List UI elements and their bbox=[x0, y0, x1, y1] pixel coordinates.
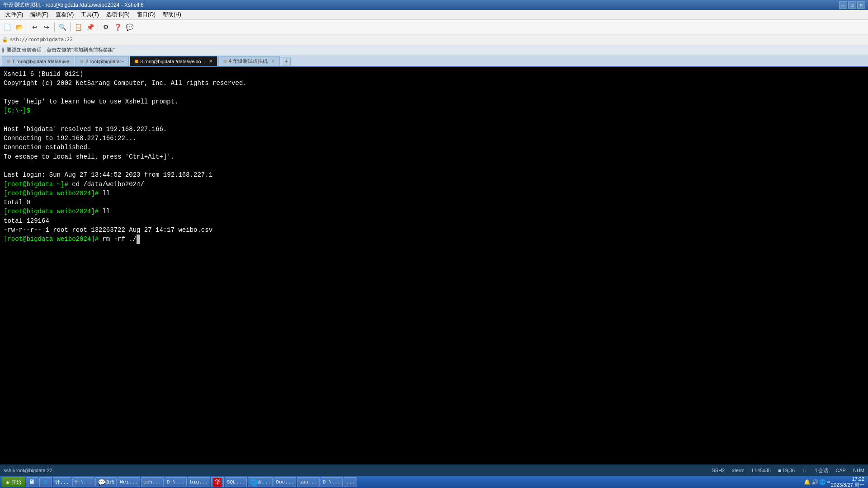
help-button[interactable]: ❓ bbox=[112, 22, 123, 33]
tab-4[interactable]: 4 华设测试虚拟机 ✕ bbox=[218, 56, 280, 66]
term-line-15: total 0 bbox=[4, 198, 864, 207]
window-controls[interactable]: ─ □ ✕ bbox=[839, 1, 865, 9]
status-size: I 145x35 bbox=[752, 468, 771, 473]
taskbar-app-wei[interactable]: Wei... bbox=[118, 477, 140, 487]
redo-button[interactable]: ↪ bbox=[41, 22, 52, 33]
start-icon: ⊞ bbox=[5, 479, 9, 485]
term-line-3 bbox=[4, 88, 864, 97]
terminal[interactable]: Xshell 6 (Build 0121) Copyright (c) 2002… bbox=[0, 67, 868, 465]
tab-2[interactable]: 2 root@bigdata:~ bbox=[75, 56, 129, 66]
term-line-1: Xshell 6 (Build 0121) bbox=[4, 70, 864, 79]
tab-2-label: 2 root@bigdata:~ bbox=[85, 59, 124, 64]
status-sessions: 4 会话 bbox=[814, 467, 828, 474]
term-line-6 bbox=[4, 115, 864, 124]
tab-3[interactable]: 3 root@bigdata:/data/weibo... ✕ bbox=[130, 56, 217, 66]
undo-button[interactable]: ↩ bbox=[29, 22, 40, 33]
tray-icon-2: 🔊 bbox=[811, 479, 818, 486]
taskbar-app-more[interactable]: ... bbox=[344, 477, 357, 487]
tab-4-close[interactable]: ✕ bbox=[271, 59, 275, 64]
term-line-10: To escape to local shell, press 'Ctrl+Al… bbox=[4, 152, 864, 161]
copy-button[interactable]: 📋 bbox=[73, 22, 84, 33]
term-line-2: Copyright (c) 2002 NetSarang Computer, I… bbox=[4, 79, 864, 88]
status-pos: ■ 19,36 bbox=[778, 468, 795, 473]
menu-item-b[interactable]: 选项卡(B) bbox=[103, 10, 133, 19]
tab-1-dot bbox=[7, 60, 10, 63]
term-line-17: total 129164 bbox=[4, 216, 864, 225]
term-line-19: [root@bigdata weibo2024]# rm -rf ./ bbox=[4, 235, 864, 244]
comment-button[interactable]: 💬 bbox=[124, 22, 135, 33]
taskbar-app-doc[interactable]: Doc... bbox=[274, 477, 296, 487]
taskbar-app-d[interactable]: D:\... bbox=[165, 477, 187, 487]
status-bar: ssh://root@bigdata:22 SSH2 xterm I 145x3… bbox=[0, 465, 868, 476]
term-line-9: Connection established. bbox=[4, 143, 864, 152]
tab-1[interactable]: 1 root@bigdata:/data/hive bbox=[2, 56, 74, 66]
menu-item-o[interactable]: 窗口(O) bbox=[133, 10, 159, 19]
open-button[interactable]: 📂 bbox=[14, 22, 24, 33]
term-line-11 bbox=[4, 161, 864, 170]
taskbar-app-calc[interactable]: 计... bbox=[53, 477, 71, 487]
tray-icon-1: 🔔 bbox=[804, 479, 811, 486]
term-line-16: [root@bigdata weibo2024]# ll bbox=[4, 207, 864, 216]
session-bar: ℹ 要添加当前会话，点击左侧的"添加到当前标签组" bbox=[0, 45, 868, 55]
sep2 bbox=[54, 23, 55, 32]
menu-item-h[interactable]: 帮助(H) bbox=[159, 10, 185, 19]
tabs-bar: 1 root@bigdata:/data/hive 2 root@bigdata… bbox=[0, 55, 868, 67]
status-ssh: SSH2 bbox=[712, 468, 725, 473]
menu-item-e[interactable]: 编辑(E) bbox=[27, 10, 52, 19]
taskbar-app-0[interactable]: 🖥 bbox=[26, 477, 38, 487]
sep4 bbox=[98, 23, 98, 32]
taskbar-app-wechat[interactable]: 💬微信 bbox=[95, 477, 117, 487]
status-arrows: ↑↓ bbox=[802, 468, 807, 473]
info-icon: ℹ bbox=[2, 47, 4, 54]
taskbar-app-y[interactable]: Y:\... bbox=[72, 477, 95, 487]
taskbar-app-sql[interactable]: SQL... bbox=[225, 477, 247, 487]
menu-item-v[interactable]: 查看(V) bbox=[52, 10, 77, 19]
term-line-18: -rw-r--r-- 1 root root 132263722 Aug 27 … bbox=[4, 225, 864, 235]
term-line-7: Host 'bigdata' resolved to 192.168.227.1… bbox=[4, 125, 864, 134]
status-right: SSH2 xterm I 145x35 ■ 19,36 ↑↓ 4 会话 CAP … bbox=[712, 467, 864, 474]
tab-4-label: 4 华设测试虚拟机 bbox=[229, 58, 268, 65]
taskbar-app-chrome[interactable]: 🌐百... bbox=[248, 477, 273, 487]
sep1 bbox=[27, 23, 27, 32]
tray-icon-3: 🌐 bbox=[819, 479, 826, 486]
new-button[interactable]: 📄 bbox=[2, 22, 13, 33]
term-line-5: [C:\~]$ bbox=[4, 106, 864, 115]
window-title: 华设测试虚拟机 - root@bigdata:/data/weibo2024 -… bbox=[3, 1, 144, 9]
address-bar: 🔒 ssh://root@bigdata:22 bbox=[0, 34, 868, 45]
settings-button[interactable]: ⚙ bbox=[100, 22, 111, 33]
term-line-14: [root@bigdata weibo2024]# ll bbox=[4, 189, 864, 198]
status-cap: CAP bbox=[835, 468, 846, 473]
status-term: xterm bbox=[732, 468, 745, 473]
menu-item-t[interactable]: 工具(T) bbox=[77, 10, 102, 19]
taskbar-app-ie[interactable]: e bbox=[39, 477, 52, 487]
tab-3-label: 3 root@bigdata:/data/weibo... bbox=[140, 59, 205, 64]
close-button[interactable]: ✕ bbox=[857, 1, 865, 9]
cursor bbox=[137, 235, 140, 244]
clock-date: 2023/8/27 周一 bbox=[831, 482, 864, 488]
taskbar-app-d2[interactable]: D:\... bbox=[321, 477, 343, 487]
new-tab-button[interactable]: + bbox=[282, 57, 291, 66]
term-line-12: Last login: Sun Aug 27 13:44:52 2023 fro… bbox=[4, 170, 864, 179]
start-label: 开始 bbox=[11, 479, 21, 486]
toolbar: 📄 📂 ↩ ↪ 🔍 📋 📌 ⚙ ❓ 💬 bbox=[0, 20, 868, 34]
status-left: ssh://root@bigdata:22 bbox=[4, 468, 52, 473]
menu-item-f[interactable]: 文件(F) bbox=[2, 10, 27, 19]
taskbar: ⊞ 开始 🖥 e 计... Y:\... 💬微信 Wei... ech... D… bbox=[0, 476, 868, 488]
tab-4-dot bbox=[223, 60, 227, 63]
taskbar-app-hua[interactable]: 华 bbox=[211, 477, 224, 487]
session-bar-text: 要添加当前会话，点击左侧的"添加到当前标签组" bbox=[7, 47, 115, 53]
find-button[interactable]: 🔍 bbox=[57, 22, 68, 33]
status-num: NUM bbox=[853, 468, 864, 473]
start-button[interactable]: ⊞ 开始 bbox=[2, 477, 25, 487]
paste-button[interactable]: 📌 bbox=[85, 22, 95, 33]
taskbar-app-ech[interactable]: ech... bbox=[141, 477, 164, 487]
sep3 bbox=[70, 23, 71, 32]
tab-3-close[interactable]: ✕ bbox=[209, 59, 212, 64]
lock-icon: 🔒 bbox=[2, 37, 8, 42]
maximize-button[interactable]: □ bbox=[848, 1, 856, 9]
term-line-4: Type `help' to learn how to use Xshell p… bbox=[4, 97, 864, 106]
minimize-button[interactable]: ─ bbox=[839, 1, 847, 9]
tray-icon-4: ⌨ bbox=[827, 479, 830, 486]
taskbar-app-big[interactable]: big... bbox=[188, 477, 210, 487]
taskbar-app-spa[interactable]: spa... bbox=[297, 477, 320, 487]
